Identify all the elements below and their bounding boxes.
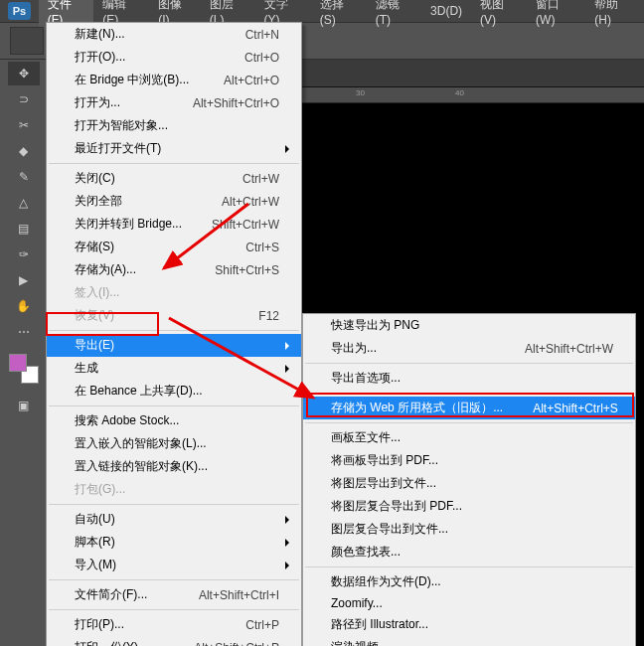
file-menu-dropdown: 新建(N)...Ctrl+N 打开(O)...Ctrl+O 在 Bridge 中… [46, 22, 302, 646]
file-open-as[interactable]: 打开为...Alt+Shift+Ctrl+O [47, 91, 301, 114]
export-as[interactable]: 导出为...Alt+Shift+Ctrl+W [303, 337, 635, 360]
file-print-one[interactable]: 打印一份(Y)Alt+Shift+Ctrl+P [47, 636, 301, 646]
menubar: Ps 文件(F) 编辑(E) 图像(I) 图层(L) 文字(Y) 选择(S) 滤… [0, 0, 644, 22]
file-package: 打包(G)... [47, 478, 301, 501]
file-import[interactable]: 导入(M) [47, 554, 301, 576]
export-artboards-files[interactable]: 画板至文件... [303, 426, 635, 449]
export-render-video[interactable]: 渲染视频... [303, 636, 635, 646]
menu-filter[interactable]: 滤镜(T) [367, 0, 421, 30]
menu-label: 在 Behance 上共享(D)... [75, 383, 279, 400]
file-export[interactable]: 导出(E) [47, 334, 301, 357]
file-save[interactable]: 存储(S)Ctrl+S [47, 236, 301, 258]
file-close[interactable]: 关闭(C)Ctrl+W [47, 167, 301, 190]
export-quick-png[interactable]: 快速导出为 PNG [303, 314, 635, 337]
move-tool-icon[interactable]: ✥ [8, 62, 40, 85]
file-generate[interactable]: 生成 [47, 357, 301, 380]
export-color-lookup[interactable]: 颜色查找表... [303, 541, 635, 564]
foreground-swatch[interactable] [9, 354, 27, 372]
file-adobe-stock[interactable]: 搜索 Adobe Stock... [47, 409, 301, 432]
export-layers-files[interactable]: 将图层导出到文件... [303, 472, 635, 495]
menu-label: 关闭全部 [75, 193, 192, 210]
menu-label: 渲染视频... [331, 639, 613, 646]
menu-label: 恢复(V) [75, 307, 229, 324]
export-artboards-pdf[interactable]: 将画板导出到 PDF... [303, 449, 635, 472]
eyedropper-icon[interactable]: ◆ [8, 139, 40, 163]
pen-tool-icon[interactable]: ✑ [8, 242, 40, 266]
file-browse-bridge[interactable]: 在 Bridge 中浏览(B)...Alt+Ctrl+O [47, 69, 301, 91]
export-data-sets[interactable]: 数据组作为文件(D)... [303, 570, 635, 593]
menu-shortcut: Alt+Shift+Ctrl+P [194, 641, 279, 647]
hand-tool-icon[interactable]: ✋ [8, 294, 40, 318]
menu-shortcut: Alt+Shift+Ctrl+I [199, 588, 279, 602]
menu-help[interactable]: 帮助(H) [585, 0, 642, 30]
file-scripts[interactable]: 脚本(R) [47, 531, 301, 554]
file-print[interactable]: 打印(P)...Ctrl+P [47, 613, 301, 636]
tool-preset-icon[interactable] [10, 27, 44, 55]
menu-label: 打开(O)... [75, 49, 215, 66]
menu-separator [49, 504, 299, 505]
menu-label: 自动(U) [75, 511, 279, 528]
menu-label: 搜索 Adobe Stock... [75, 412, 279, 429]
lasso-tool-icon[interactable]: ⊃ [8, 87, 40, 111]
app-logo: Ps [8, 2, 31, 20]
menu-shortcut: F12 [258, 309, 279, 323]
crop-tool-icon[interactable]: ✂ [8, 113, 40, 137]
menu-label: 打开为... [75, 94, 163, 111]
menu-window[interactable]: 窗口(W) [527, 0, 585, 30]
menu-label: 将图层导出到文件... [331, 475, 613, 492]
menu-label: 路径到 Illustrator... [331, 616, 613, 633]
menu-label: 置入嵌入的智能对象(L)... [75, 435, 279, 452]
file-open[interactable]: 打开(O)...Ctrl+O [47, 46, 301, 69]
gradient-tool-icon[interactable]: ▤ [8, 217, 40, 241]
menu-label: 将画板导出到 PDF... [331, 452, 613, 469]
file-file-info[interactable]: 文件简介(F)...Alt+Shift+Ctrl+I [47, 583, 301, 606]
file-recent[interactable]: 最近打开文件(T) [47, 137, 301, 160]
menu-label: 画板至文件... [331, 429, 613, 446]
menu-label: 导入(M) [75, 557, 279, 573]
menu-label: 在 Bridge 中浏览(B)... [75, 72, 194, 88]
brush-tool-icon[interactable]: ✎ [8, 165, 40, 189]
menu-3d[interactable]: 3D(D) [421, 1, 471, 21]
menu-shortcut: Alt+Shift+Ctrl+O [193, 96, 279, 110]
menu-view[interactable]: 视图(V) [471, 0, 527, 30]
menu-separator [49, 579, 299, 580]
file-behance[interactable]: 在 Behance 上共享(D)... [47, 380, 301, 403]
menu-label: 打印一份(Y) [75, 639, 164, 646]
ruler-tick: 30 [356, 88, 365, 97]
file-close-all[interactable]: 关闭全部Alt+Ctrl+W [47, 190, 301, 213]
export-zoomify[interactable]: Zoomify... [303, 593, 635, 613]
path-select-icon[interactable]: ▶ [8, 268, 40, 292]
file-close-bridge[interactable]: 关闭并转到 Bridge...Shift+Ctrl+W [47, 213, 301, 236]
color-swatch[interactable] [9, 354, 39, 384]
file-save-as[interactable]: 存储为(A)...Shift+Ctrl+S [47, 258, 301, 281]
file-new[interactable]: 新建(N)...Ctrl+N [47, 23, 301, 46]
menu-label: 存储为 Web 所用格式（旧版）... [331, 400, 503, 416]
menu-label: 将图层复合导出到 PDF... [331, 498, 613, 515]
menu-label: 存储为(A)... [75, 261, 185, 278]
eraser-tool-icon[interactable]: △ [8, 191, 40, 215]
menu-label: 数据组作为文件(D)... [331, 573, 613, 590]
menu-shortcut: Shift+Ctrl+S [215, 263, 279, 277]
file-checkin: 签入(I)... [47, 281, 301, 304]
export-layercomps-pdf[interactable]: 将图层复合导出到 PDF... [303, 495, 635, 518]
export-save-for-web[interactable]: 存储为 Web 所用格式（旧版）...Alt+Shift+Ctrl+S [303, 397, 635, 419]
file-place-linked[interactable]: 置入链接的智能对象(K)... [47, 455, 301, 478]
menu-label: 导出为... [331, 340, 495, 357]
file-automate[interactable]: 自动(U) [47, 508, 301, 531]
menu-label: 最近打开文件(T) [75, 140, 279, 157]
tool-strip: ✥ ⊃ ✂ ◆ ✎ △ ▤ ✑ ▶ ✋ ⋯ ▣ [0, 60, 48, 646]
export-prefs[interactable]: 导出首选项... [303, 367, 635, 390]
menu-label: 置入链接的智能对象(K)... [75, 458, 279, 475]
menu-label: 打印(P)... [75, 616, 216, 633]
quickmask-icon[interactable]: ▣ [8, 394, 40, 417]
menu-separator [305, 422, 633, 423]
file-place-embedded[interactable]: 置入嵌入的智能对象(L)... [47, 432, 301, 455]
export-layercomps-files[interactable]: 图层复合导出到文件... [303, 518, 635, 541]
menu-label: 快速导出为 PNG [331, 317, 613, 334]
menu-label: 脚本(R) [75, 534, 279, 551]
file-open-smart[interactable]: 打开为智能对象... [47, 114, 301, 137]
more-tools-icon[interactable]: ⋯ [8, 320, 40, 344]
export-paths-ai[interactable]: 路径到 Illustrator... [303, 613, 635, 636]
menu-select[interactable]: 选择(S) [311, 0, 367, 30]
menu-label: 签入(I)... [75, 284, 279, 301]
